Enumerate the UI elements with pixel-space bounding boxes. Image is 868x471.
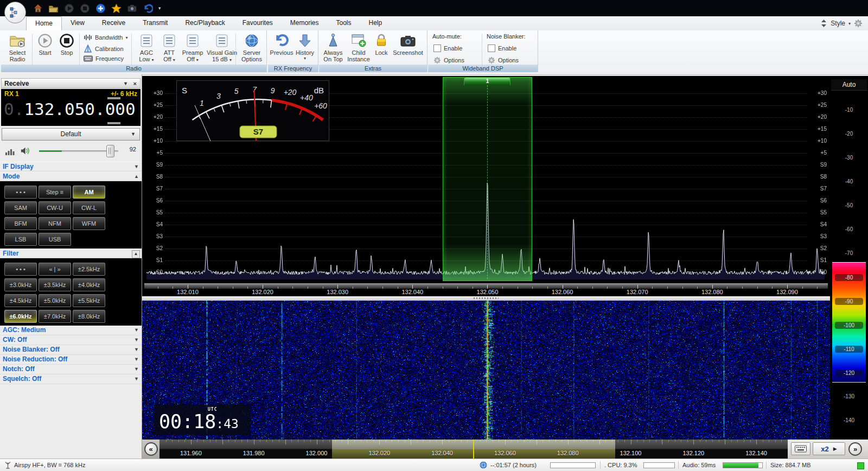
mode-button-lsb[interactable]: LSB [4, 233, 37, 246]
dropdown-arrow-icon[interactable]: ▼ [134, 355, 139, 364]
mode-button-wfm[interactable]: WFM [73, 217, 105, 230]
filter-button-4-5khz[interactable]: ±4.5kHz [4, 294, 37, 307]
automute-enable-checkbox[interactable]: Enable [433, 44, 462, 52]
mode-button-item[interactable]: • • • [4, 186, 37, 199]
tuning-passband-box[interactable]: 1 [443, 77, 533, 281]
filter-button-item[interactable]: • • • [4, 263, 37, 276]
filter-button-6-0khz[interactable]: ±6.0kHz [4, 310, 37, 323]
filter-button-8-0khz[interactable]: ±8.0kHz [73, 310, 105, 323]
frequency-button[interactable]: Frequency [84, 55, 124, 62]
history-button[interactable]: History ▾ [294, 32, 316, 61]
waterfall-view[interactable]: UTC 00:18:43 [142, 301, 830, 440]
always-on-top-button[interactable]: Always On Top [321, 32, 345, 62]
collapse-arrow-icon[interactable]: ▲ [134, 172, 139, 181]
tab-memories[interactable]: Memories [282, 16, 328, 30]
tab-receive[interactable]: Receive [93, 16, 134, 30]
checkbox-icon[interactable] [488, 44, 495, 52]
dropdown-arrow-icon[interactable]: ▼ [134, 374, 139, 384]
mode-button-step[interactable]: Step ≡ [39, 186, 71, 199]
dropdown-arrow-icon[interactable]: ▼ [134, 365, 139, 374]
filter-button-5-5khz[interactable]: ±5.5kHz [73, 294, 105, 307]
nav-zoom-button[interactable]: x2▶ [813, 442, 845, 455]
ribbon-screenshot-button[interactable]: Screenshot [392, 32, 424, 56]
filter-button-2-5khz[interactable]: ±2.5kHz [73, 263, 105, 276]
mode-button-nfm[interactable]: NFM [39, 217, 71, 230]
auto-range-button[interactable]: Auto [831, 79, 867, 91]
nav-scroll-right-button[interactable]: » [848, 442, 862, 456]
lock-button[interactable]: Lock [372, 32, 391, 56]
section-if-display[interactable]: IF Display▼ [0, 162, 142, 171]
dsp-row-noise-blanker[interactable]: Noise Blanker: Off▼ [0, 345, 142, 355]
noise-blanker-options-button[interactable]: Options [488, 56, 519, 64]
mode-button-cw-u[interactable]: CW-U [39, 201, 71, 214]
dropdown-arrow-icon[interactable]: ▼ [134, 335, 139, 345]
mode-button-bfm[interactable]: BFM [4, 217, 37, 230]
panel-close-icon[interactable]: × [133, 79, 137, 88]
frequency-digits[interactable]: 0.132.050.000 [4, 99, 136, 119]
style-label[interactable]: Style [831, 20, 845, 27]
tab-transmit[interactable]: Transmit [134, 16, 176, 30]
style-dropdown-arrow-icon[interactable]: ▾ [848, 21, 851, 26]
dropdown-arrow-icon[interactable]: ▼ [134, 326, 139, 335]
pane-divider[interactable] [142, 296, 830, 301]
filter-button-3-0khz[interactable]: ±3.0kHz [4, 278, 37, 291]
section-mode[interactable]: Mode▲ [0, 171, 142, 181]
collapse-arrow-icon[interactable]: ▼ [134, 162, 139, 171]
att-button[interactable]: ATT Off ▾ [159, 32, 179, 63]
nav-frequency-ruler[interactable]: 131.960131.980132.000132.020132.040132.0… [159, 440, 788, 459]
mode-button-am[interactable]: AM [73, 186, 105, 199]
noise-blanker-enable-checkbox[interactable]: Enable [488, 44, 516, 52]
tab-tools[interactable]: Tools [328, 16, 360, 30]
screenshot-camera-icon[interactable] [127, 3, 137, 14]
dsp-row-noise-reduction[interactable]: Noise Reduction: Off▼ [0, 355, 142, 365]
spectrum-view[interactable]: 1 S dB 13579+20+40+60 S7 +30+30+25+25+20… [142, 76, 830, 283]
mode-button-cw-l[interactable]: CW-L [73, 201, 105, 214]
collapse-arrow-icon[interactable]: ▲ [132, 250, 140, 258]
style-spinner-icon[interactable] [820, 19, 827, 28]
filter-button-7-0khz[interactable]: ±7.0kHz [39, 310, 71, 323]
tab-view[interactable]: View [62, 16, 93, 30]
automute-options-button[interactable]: Options [433, 56, 464, 64]
dsp-row-notch[interactable]: Notch: Off▼ [0, 365, 142, 374]
start-button[interactable]: Start [35, 32, 55, 56]
child-instance-button[interactable]: Child Instance [346, 32, 371, 62]
equalizer-icon[interactable] [4, 146, 15, 156]
dsp-row-squelch[interactable]: Squelch: Off▼ [0, 374, 142, 384]
tab-rec-playback[interactable]: Rec/Playback [176, 16, 233, 30]
divider-grip-icon[interactable] [474, 297, 499, 299]
section-filter[interactable]: Filter▲ [0, 249, 142, 258]
favourites-star-icon[interactable] [111, 3, 122, 14]
previous-frequency-button[interactable]: Previous [270, 32, 293, 56]
filter-button-4-0khz[interactable]: ±4.0kHz [73, 278, 105, 291]
home-icon[interactable] [33, 3, 43, 14]
dsp-row-cw[interactable]: CW: Off▼ [0, 335, 142, 345]
filter-button-5-0khz[interactable]: ±5.0kHz [39, 294, 71, 307]
app-menu-button[interactable] [4, 2, 26, 23]
profile-dropdown[interactable]: Default ▼ [2, 128, 140, 141]
select-radio-button[interactable]: Select Radio [4, 32, 30, 62]
preamp-button[interactable]: Preamp Off ▾ [180, 32, 205, 63]
nav-scroll-left-button[interactable]: « [144, 442, 158, 456]
tab-home[interactable]: Home [26, 16, 62, 30]
style-gear-icon[interactable] [854, 19, 863, 28]
calibration-button[interactable]: Calibration [84, 44, 124, 53]
tab-help[interactable]: Help [360, 16, 391, 30]
server-options-button[interactable]: Server Options [239, 32, 265, 62]
customize-toolbar-chevron-icon[interactable]: ▾ [158, 5, 161, 11]
nav-keyboard-button[interactable] [791, 442, 810, 455]
mode-button-usb[interactable]: USB [39, 233, 71, 246]
panel-menu-arrow-icon[interactable]: ▼ [123, 79, 128, 88]
open-folder-icon[interactable] [48, 3, 59, 14]
filter-button-item[interactable]: « | » [39, 263, 71, 276]
agc-button[interactable]: AGC Low ▾ [136, 32, 157, 63]
add-icon[interactable] [95, 3, 106, 14]
spectrum-frequency-ruler[interactable] [144, 283, 828, 289]
mode-button-sam[interactable]: SAM [4, 201, 37, 214]
undo-icon[interactable] [143, 3, 153, 14]
tab-favourites[interactable]: Favourites [234, 16, 282, 30]
receive-panel-header[interactable]: Receive ▼ × [1, 78, 141, 88]
rx-marker-tab[interactable]: 1 [464, 77, 510, 85]
stop-icon[interactable] [80, 3, 90, 14]
frequency-display[interactable]: RX 1 +/- 6 kHz 0.132.050.000 [1, 89, 141, 126]
dropdown-arrow-icon[interactable]: ▼ [134, 345, 139, 354]
